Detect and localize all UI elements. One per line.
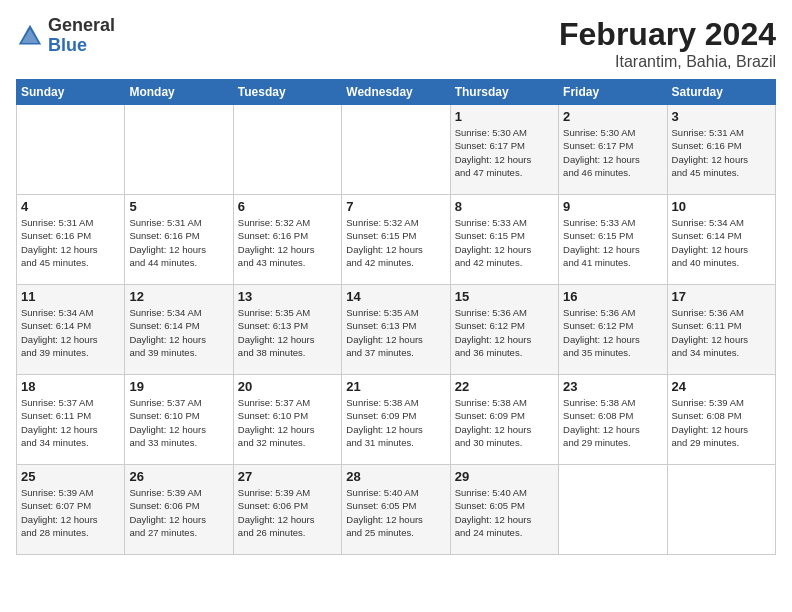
calendar-subtitle: Itarantim, Bahia, Brazil	[559, 53, 776, 71]
cell-w1-d1	[17, 105, 125, 195]
cell-w4-d4: 21Sunrise: 5:38 AMSunset: 6:09 PMDayligh…	[342, 375, 450, 465]
day-number: 25	[21, 469, 120, 484]
header-thursday: Thursday	[450, 80, 558, 105]
cell-w5-d6	[559, 465, 667, 555]
cell-w3-d5: 15Sunrise: 5:36 AMSunset: 6:12 PMDayligh…	[450, 285, 558, 375]
header-saturday: Saturday	[667, 80, 775, 105]
day-number: 19	[129, 379, 228, 394]
cell-w2-d1: 4Sunrise: 5:31 AMSunset: 6:16 PMDaylight…	[17, 195, 125, 285]
cell-w5-d3: 27Sunrise: 5:39 AMSunset: 6:06 PMDayligh…	[233, 465, 341, 555]
day-info: Sunrise: 5:39 AMSunset: 6:06 PMDaylight:…	[129, 486, 228, 539]
logo-text: General Blue	[48, 16, 115, 56]
cell-w2-d6: 9Sunrise: 5:33 AMSunset: 6:15 PMDaylight…	[559, 195, 667, 285]
day-info: Sunrise: 5:38 AMSunset: 6:09 PMDaylight:…	[346, 396, 445, 449]
logo-icon	[16, 22, 44, 50]
cell-w4-d1: 18Sunrise: 5:37 AMSunset: 6:11 PMDayligh…	[17, 375, 125, 465]
day-info: Sunrise: 5:35 AMSunset: 6:13 PMDaylight:…	[346, 306, 445, 359]
cell-w3-d1: 11Sunrise: 5:34 AMSunset: 6:14 PMDayligh…	[17, 285, 125, 375]
day-info: Sunrise: 5:36 AMSunset: 6:12 PMDaylight:…	[455, 306, 554, 359]
day-info: Sunrise: 5:39 AMSunset: 6:08 PMDaylight:…	[672, 396, 771, 449]
day-info: Sunrise: 5:34 AMSunset: 6:14 PMDaylight:…	[129, 306, 228, 359]
day-number: 12	[129, 289, 228, 304]
header-friday: Friday	[559, 80, 667, 105]
day-info: Sunrise: 5:34 AMSunset: 6:14 PMDaylight:…	[672, 216, 771, 269]
cell-w1-d3	[233, 105, 341, 195]
day-info: Sunrise: 5:34 AMSunset: 6:14 PMDaylight:…	[21, 306, 120, 359]
day-number: 10	[672, 199, 771, 214]
day-info: Sunrise: 5:33 AMSunset: 6:15 PMDaylight:…	[563, 216, 662, 269]
day-info: Sunrise: 5:32 AMSunset: 6:15 PMDaylight:…	[346, 216, 445, 269]
day-number: 8	[455, 199, 554, 214]
day-number: 9	[563, 199, 662, 214]
day-number: 17	[672, 289, 771, 304]
cell-w2-d2: 5Sunrise: 5:31 AMSunset: 6:16 PMDaylight…	[125, 195, 233, 285]
logo: General Blue	[16, 16, 115, 56]
day-info: Sunrise: 5:36 AMSunset: 6:11 PMDaylight:…	[672, 306, 771, 359]
logo-blue: Blue	[48, 36, 115, 56]
cell-w2-d4: 7Sunrise: 5:32 AMSunset: 6:15 PMDaylight…	[342, 195, 450, 285]
header-sunday: Sunday	[17, 80, 125, 105]
day-info: Sunrise: 5:37 AMSunset: 6:11 PMDaylight:…	[21, 396, 120, 449]
calendar-body: 1Sunrise: 5:30 AMSunset: 6:17 PMDaylight…	[17, 105, 776, 555]
title-block: February 2024 Itarantim, Bahia, Brazil	[559, 16, 776, 71]
day-info: Sunrise: 5:32 AMSunset: 6:16 PMDaylight:…	[238, 216, 337, 269]
day-number: 1	[455, 109, 554, 124]
day-number: 27	[238, 469, 337, 484]
day-number: 20	[238, 379, 337, 394]
cell-w1-d7: 3Sunrise: 5:31 AMSunset: 6:16 PMDaylight…	[667, 105, 775, 195]
day-info: Sunrise: 5:35 AMSunset: 6:13 PMDaylight:…	[238, 306, 337, 359]
day-info: Sunrise: 5:37 AMSunset: 6:10 PMDaylight:…	[238, 396, 337, 449]
logo-general: General	[48, 16, 115, 36]
cell-w2-d3: 6Sunrise: 5:32 AMSunset: 6:16 PMDaylight…	[233, 195, 341, 285]
day-info: Sunrise: 5:31 AMSunset: 6:16 PMDaylight:…	[672, 126, 771, 179]
day-number: 6	[238, 199, 337, 214]
day-number: 29	[455, 469, 554, 484]
page-header: General Blue February 2024 Itarantim, Ba…	[16, 16, 776, 71]
day-info: Sunrise: 5:39 AMSunset: 6:07 PMDaylight:…	[21, 486, 120, 539]
week-row-1: 1Sunrise: 5:30 AMSunset: 6:17 PMDaylight…	[17, 105, 776, 195]
day-number: 5	[129, 199, 228, 214]
day-info: Sunrise: 5:36 AMSunset: 6:12 PMDaylight:…	[563, 306, 662, 359]
cell-w1-d5: 1Sunrise: 5:30 AMSunset: 6:17 PMDaylight…	[450, 105, 558, 195]
day-number: 15	[455, 289, 554, 304]
cell-w1-d6: 2Sunrise: 5:30 AMSunset: 6:17 PMDaylight…	[559, 105, 667, 195]
day-info: Sunrise: 5:38 AMSunset: 6:08 PMDaylight:…	[563, 396, 662, 449]
day-number: 21	[346, 379, 445, 394]
cell-w3-d7: 17Sunrise: 5:36 AMSunset: 6:11 PMDayligh…	[667, 285, 775, 375]
day-info: Sunrise: 5:30 AMSunset: 6:17 PMDaylight:…	[563, 126, 662, 179]
day-number: 7	[346, 199, 445, 214]
cell-w3-d6: 16Sunrise: 5:36 AMSunset: 6:12 PMDayligh…	[559, 285, 667, 375]
cell-w1-d2	[125, 105, 233, 195]
day-info: Sunrise: 5:40 AMSunset: 6:05 PMDaylight:…	[455, 486, 554, 539]
calendar-header: SundayMondayTuesdayWednesdayThursdayFrid…	[17, 80, 776, 105]
day-info: Sunrise: 5:39 AMSunset: 6:06 PMDaylight:…	[238, 486, 337, 539]
calendar-title: February 2024	[559, 16, 776, 53]
cell-w2-d5: 8Sunrise: 5:33 AMSunset: 6:15 PMDaylight…	[450, 195, 558, 285]
cell-w5-d5: 29Sunrise: 5:40 AMSunset: 6:05 PMDayligh…	[450, 465, 558, 555]
cell-w2-d7: 10Sunrise: 5:34 AMSunset: 6:14 PMDayligh…	[667, 195, 775, 285]
day-info: Sunrise: 5:31 AMSunset: 6:16 PMDaylight:…	[21, 216, 120, 269]
day-number: 18	[21, 379, 120, 394]
cell-w4-d7: 24Sunrise: 5:39 AMSunset: 6:08 PMDayligh…	[667, 375, 775, 465]
day-number: 16	[563, 289, 662, 304]
day-number: 22	[455, 379, 554, 394]
day-info: Sunrise: 5:31 AMSunset: 6:16 PMDaylight:…	[129, 216, 228, 269]
week-row-2: 4Sunrise: 5:31 AMSunset: 6:16 PMDaylight…	[17, 195, 776, 285]
day-info: Sunrise: 5:30 AMSunset: 6:17 PMDaylight:…	[455, 126, 554, 179]
cell-w4-d3: 20Sunrise: 5:37 AMSunset: 6:10 PMDayligh…	[233, 375, 341, 465]
cell-w1-d4	[342, 105, 450, 195]
day-info: Sunrise: 5:37 AMSunset: 6:10 PMDaylight:…	[129, 396, 228, 449]
cell-w4-d2: 19Sunrise: 5:37 AMSunset: 6:10 PMDayligh…	[125, 375, 233, 465]
day-number: 14	[346, 289, 445, 304]
day-number: 11	[21, 289, 120, 304]
header-wednesday: Wednesday	[342, 80, 450, 105]
cell-w4-d5: 22Sunrise: 5:38 AMSunset: 6:09 PMDayligh…	[450, 375, 558, 465]
cell-w4-d6: 23Sunrise: 5:38 AMSunset: 6:08 PMDayligh…	[559, 375, 667, 465]
cell-w5-d7	[667, 465, 775, 555]
day-info: Sunrise: 5:40 AMSunset: 6:05 PMDaylight:…	[346, 486, 445, 539]
calendar-table: SundayMondayTuesdayWednesdayThursdayFrid…	[16, 79, 776, 555]
header-tuesday: Tuesday	[233, 80, 341, 105]
day-number: 4	[21, 199, 120, 214]
week-row-5: 25Sunrise: 5:39 AMSunset: 6:07 PMDayligh…	[17, 465, 776, 555]
day-number: 24	[672, 379, 771, 394]
